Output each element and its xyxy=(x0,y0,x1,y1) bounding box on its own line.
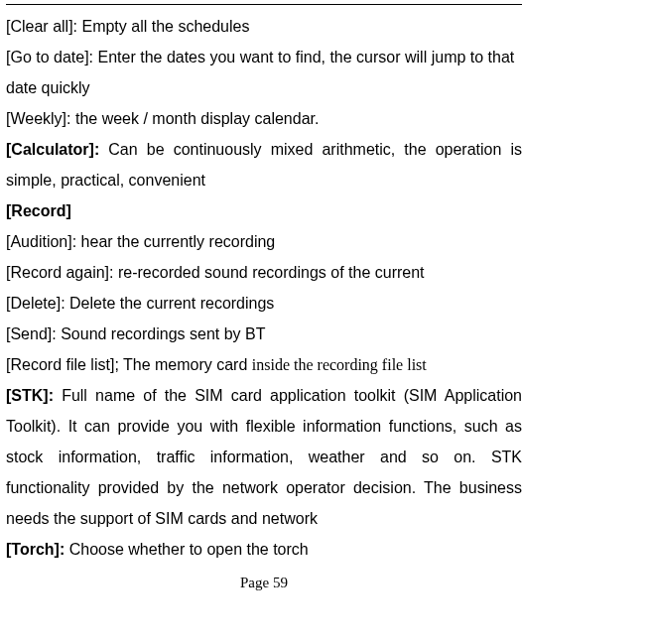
entry-record-file-list: [Record file list]; The memory card insi… xyxy=(6,349,522,380)
entry-label: [STK]: xyxy=(6,387,54,404)
entry-desc-part2: inside the recording file list xyxy=(252,356,427,373)
entry-clear-all: [Clear all]: Empty all the schedules xyxy=(6,11,522,42)
entry-record: [Record] xyxy=(6,195,522,226)
entry-go-to-date: [Go to date]: Enter the dates you want t… xyxy=(6,42,522,103)
entry-desc: : Empty all the schedules xyxy=(73,18,250,35)
top-rule xyxy=(6,4,522,5)
entry-torch: [Torch]: Choose whether to open the torc… xyxy=(6,534,522,565)
entry-label: [Delete] xyxy=(6,295,61,312)
entry-desc: : hear the currently recording xyxy=(72,233,276,250)
entry-calculator: [Calculator]: Can be continuously mixed … xyxy=(6,134,522,195)
entry-record-again: [Record again]: re-recorded sound record… xyxy=(6,257,522,288)
entry-label: [Send] xyxy=(6,325,52,342)
entry-label: [Record again] xyxy=(6,264,109,281)
entry-desc: : the week / month display calendar. xyxy=(66,110,319,127)
entry-stk: [STK]: Full name of the SIM card applica… xyxy=(6,380,522,534)
entry-label: [Weekly] xyxy=(6,110,66,127)
entry-label: [Clear all] xyxy=(6,18,73,35)
entry-desc-part1: ; The memory card xyxy=(114,356,251,373)
entry-desc: : Sound recordings sent by BT xyxy=(52,325,265,342)
document-page: [Clear all]: Empty all the schedules [Go… xyxy=(6,4,522,591)
entry-desc: : Delete the current recordings xyxy=(61,295,274,312)
entry-label: [Record] xyxy=(6,202,71,219)
entry-weekly: [Weekly]: the week / month display calen… xyxy=(6,103,522,134)
entry-label: [Calculator]: xyxy=(6,141,99,158)
page-number: Page 59 xyxy=(6,575,522,591)
entry-desc: : re-recorded sound recordings of the cu… xyxy=(109,264,425,281)
entry-label: [Torch]: xyxy=(6,541,65,558)
entry-label: [Record file list] xyxy=(6,356,114,373)
entry-label: [Go to date] xyxy=(6,49,89,65)
entry-send: [Send]: Sound recordings sent by BT xyxy=(6,319,522,349)
entry-delete: [Delete]: Delete the current recordings xyxy=(6,288,522,319)
entry-audition: [Audition]: hear the currently recording xyxy=(6,226,522,257)
entry-desc: Full name of the SIM card application to… xyxy=(6,387,522,527)
entry-desc: Choose whether to open the torch xyxy=(65,541,309,558)
entry-label: [Audition] xyxy=(6,233,72,250)
